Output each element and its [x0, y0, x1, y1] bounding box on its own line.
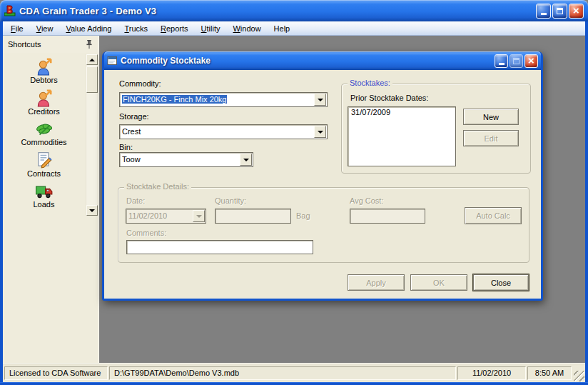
- database-path-panel: D:\GT99DATA\Demo\Demo V3.mdb: [109, 366, 456, 380]
- stocktakes-groupbox: Stocktakes: Prior Stocktake Dates: 31/07…: [341, 84, 531, 174]
- sidebar-item-debtors[interactable]: Debtors: [3, 57, 85, 89]
- storage-dropdown-button[interactable]: [314, 126, 326, 138]
- license-panel: Licensed to CDA Software: [4, 366, 108, 380]
- menu-trucks[interactable]: Trucks: [118, 22, 154, 35]
- commodities-icon: [35, 119, 54, 138]
- stocktakes-group-label: Stocktakes:: [348, 79, 392, 87]
- main-window-title: CDA Grain Trader 3 - Demo V3: [19, 6, 536, 16]
- quantity-field: [215, 209, 291, 224]
- triangle-down-icon: [89, 209, 95, 212]
- comments-input[interactable]: [128, 241, 310, 253]
- close-button[interactable]: ×: [569, 4, 584, 19]
- prior-stocktake-dates-listbox[interactable]: 31/07/2009: [348, 106, 456, 166]
- sidebar-item-label: Commodities: [21, 138, 66, 146]
- comments-label: Comments:: [126, 229, 166, 237]
- dialog-client-area: Commodity: FINCH20KG - Finch Mix 20kg St…: [104, 70, 541, 299]
- dialog-maximize-button[interactable]: [510, 54, 523, 68]
- minimize-icon: [541, 13, 547, 15]
- date-value: 11/02/2010: [128, 209, 192, 223]
- dialog-title: Commodity Stocktake: [121, 56, 495, 66]
- avg-cost-field: [350, 209, 425, 224]
- new-button[interactable]: New: [463, 109, 519, 125]
- sidebar-item-label: Creditors: [28, 107, 60, 116]
- minimize-button[interactable]: [536, 4, 551, 19]
- storage-value: Crest: [122, 125, 313, 139]
- commodity-combobox[interactable]: FINCH20KG - Finch Mix 20kg: [119, 92, 328, 107]
- commodity-label: Commodity:: [119, 79, 161, 88]
- stocktake-details-groupbox: Stocktake Details: Date: 11/02/2010 Quan…: [118, 187, 529, 263]
- edit-button: Edit: [463, 130, 519, 146]
- commodity-value: FINCH20KG - Finch Mix 20kg: [122, 95, 227, 104]
- date-label: Date:: [126, 196, 145, 205]
- menu-file[interactable]: File: [4, 22, 30, 35]
- sidebar-item-contracts[interactable]: Contracts: [3, 151, 85, 182]
- menu-value-adding[interactable]: Value Adding: [59, 22, 118, 35]
- status-bar: Licensed to CDA Software D:\GT99DATA\Dem…: [3, 363, 585, 382]
- resize-grip[interactable]: [574, 371, 584, 381]
- stocktake-date-item[interactable]: 31/07/2009: [348, 107, 455, 118]
- triangle-up-icon: [89, 59, 95, 61]
- sidebar-item-creditors[interactable]: Creditors: [3, 89, 85, 120]
- shortcuts-header: Shortcuts: [3, 36, 98, 53]
- dialog-minimize-icon: [499, 63, 505, 65]
- sidebar-item-commodities[interactable]: Commodities: [3, 119, 85, 151]
- window-border-right: [585, 21, 588, 382]
- dialog-close-button[interactable]: ×: [524, 54, 538, 68]
- creditors-icon: [35, 89, 54, 107]
- scroll-down-button[interactable]: [86, 205, 98, 216]
- menu-utility[interactable]: Utility: [195, 22, 227, 35]
- maximize-button[interactable]: [552, 4, 567, 19]
- dialog-titlebar[interactable]: Commodity Stocktake ×: [104, 51, 541, 70]
- scrollbar-thumb[interactable]: [86, 66, 98, 93]
- commodity-dropdown-button[interactable]: [314, 94, 326, 106]
- quantity-input: [217, 210, 288, 222]
- chevron-down-icon: [318, 99, 323, 101]
- maximize-icon: [557, 8, 563, 14]
- date-panel: 11/02/2010: [457, 366, 526, 380]
- shortcuts-sidebar: Shortcuts DebtorsCreditorsCommoditiesCon…: [3, 36, 99, 363]
- menu-bar: FileViewValue AddingTrucksReportsUtility…: [3, 21, 585, 36]
- pin-icon[interactable]: [85, 39, 93, 49]
- prior-stocktake-dates-label: Prior Stocktake Dates:: [350, 94, 428, 102]
- sidebar-item-label: Debtors: [30, 76, 58, 84]
- comments-field[interactable]: [126, 240, 313, 254]
- avg-cost-label: Avg Cost:: [350, 196, 384, 205]
- main-titlebar: CDA Grain Trader 3 - Demo V3 ×: [0, 0, 588, 21]
- sidebar-scrollbar[interactable]: [86, 54, 97, 216]
- stocktake-details-group-label: Stocktake Details:: [124, 182, 191, 191]
- quantity-label: Quantity:: [215, 196, 246, 205]
- shortcuts-header-label: Shortcuts: [8, 40, 85, 49]
- dialog-minimize-button[interactable]: [495, 54, 508, 68]
- dialog-form-icon: [107, 56, 118, 66]
- loads-icon: [35, 181, 54, 200]
- close-icon: ×: [573, 5, 579, 16]
- date-combobox: 11/02/2010: [126, 209, 206, 224]
- menu-help[interactable]: Help: [268, 22, 297, 35]
- avg-cost-input: [352, 210, 422, 222]
- menu-window[interactable]: Window: [226, 22, 267, 35]
- contracts-icon: [35, 151, 54, 169]
- sidebar-item-loads[interactable]: Loads: [3, 181, 85, 213]
- date-dropdown-button: [193, 210, 205, 222]
- menu-reports[interactable]: Reports: [154, 22, 195, 35]
- shortcuts-list: DebtorsCreditorsCommoditiesContractsLoad…: [3, 54, 85, 213]
- bin-label: Bin:: [119, 143, 133, 151]
- storage-combobox[interactable]: Crest: [119, 124, 328, 139]
- scroll-up-button[interactable]: [86, 54, 98, 65]
- sidebar-item-label: Loads: [34, 200, 55, 209]
- storage-label: Storage:: [119, 112, 149, 121]
- dialog-maximize-icon: [513, 58, 519, 64]
- bin-value: Toow: [122, 153, 239, 166]
- window-border-bottom: [0, 382, 588, 385]
- app-icon: [4, 5, 16, 16]
- close-dialog-button[interactable]: Close: [473, 274, 529, 291]
- unit-label: Bag: [296, 211, 310, 220]
- chevron-down-icon: [318, 131, 323, 134]
- chevron-down-icon: [196, 215, 202, 218]
- menu-view[interactable]: View: [30, 22, 60, 35]
- bin-combobox[interactable]: Toow: [119, 152, 253, 167]
- application-window: CDA Grain Trader 3 - Demo V3 × FileViewV…: [0, 0, 588, 385]
- dialog-close-icon: ×: [528, 55, 534, 66]
- bin-dropdown-button[interactable]: [240, 154, 252, 166]
- apply-button: Apply: [348, 274, 405, 291]
